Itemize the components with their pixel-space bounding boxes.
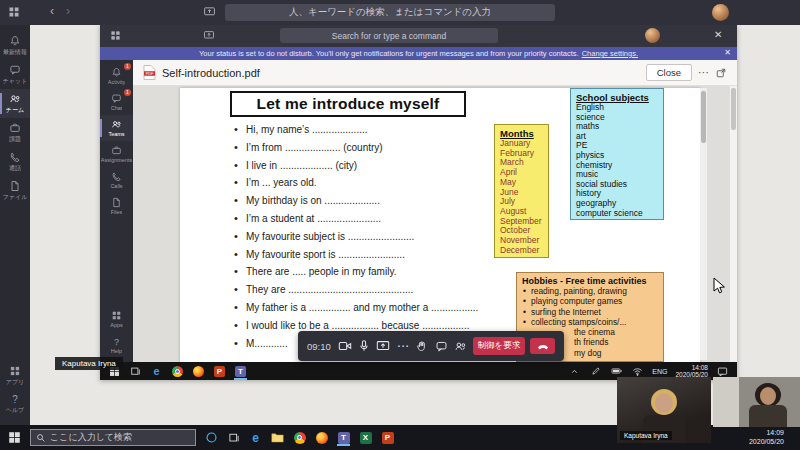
school-subjects-box: School subjects EnglishsciencemathsartPE…	[570, 88, 664, 220]
teams-app-icon[interactable]: T	[234, 365, 247, 378]
mouse-cursor	[713, 277, 727, 295]
inner-rail-item-apps[interactable]: Apps	[100, 306, 133, 332]
change-settings-link[interactable]: Change settings.	[582, 49, 638, 58]
app-grid-icon[interactable]	[110, 30, 121, 41]
outer-rail-item-files[interactable]: ファイル	[0, 176, 30, 205]
outer-rail-item-calls[interactable]: 通話	[0, 147, 30, 176]
outer-rail-item-chat[interactable]: チャット	[0, 60, 30, 89]
dnd-banner: Your status is set to do not disturb. Yo…	[100, 47, 737, 60]
share-screen-icon[interactable]	[203, 5, 216, 18]
file-name: Self-introduction.pdf	[162, 67, 260, 79]
window-scrollbar[interactable]	[730, 86, 737, 362]
start-button-icon[interactable]	[8, 431, 21, 444]
taskbar-search-input[interactable]: ここに入力して検索	[30, 429, 196, 446]
powerpoint-icon[interactable]: P	[381, 431, 394, 444]
inner-rail-item-activity[interactable]: Activity 1	[100, 63, 133, 89]
mic-icon[interactable]	[357, 339, 371, 354]
outer-rail-item-help[interactable]: ? ヘルプ	[0, 390, 30, 419]
edge-icon[interactable]: e	[150, 365, 163, 378]
shared-screen: Search for or type a command ✕ Your stat…	[100, 25, 737, 380]
excel-icon[interactable]: X	[359, 431, 372, 444]
chat-badge: 1	[124, 89, 131, 96]
file-explorer-icon[interactable]	[271, 431, 284, 444]
hang-up-button[interactable]	[530, 338, 555, 354]
chrome-icon[interactable]	[171, 365, 184, 378]
forward-icon[interactable]: ›	[66, 4, 70, 18]
rail-item-label: Files	[111, 209, 123, 215]
rail-item-label: 課題	[9, 135, 21, 144]
banner-close-icon[interactable]: ✕	[724, 48, 731, 57]
raise-hand-icon[interactable]	[415, 339, 429, 354]
task-view-icon[interactable]	[129, 365, 142, 378]
chrome-icon[interactable]	[293, 431, 306, 444]
rail-item-label: Calls	[110, 183, 122, 189]
system-clock-time: 14:09	[766, 429, 784, 436]
system-clock[interactable]: 14:09 2020/05/20	[749, 429, 784, 446]
action-center-icon[interactable]	[716, 365, 729, 378]
outer-search-input[interactable]: 人、キーワードの検索、またはコマンドの入力	[225, 4, 555, 21]
pdf-scrollbar-thumb[interactable]	[701, 91, 706, 143]
pdf-scrollbar[interactable]	[700, 88, 707, 360]
powerpoint-icon[interactable]: P	[213, 365, 226, 378]
pdf-file-icon: PDF	[143, 65, 156, 80]
camera-icon[interactable]	[338, 339, 352, 354]
rail-item-label: Apps	[110, 322, 123, 328]
inner-rail-item-teams[interactable]: Teams	[100, 115, 133, 141]
rail-spacer	[100, 219, 133, 306]
app-grid-icon[interactable]	[8, 6, 20, 18]
inner-rail-item-help[interactable]: ? Help	[100, 332, 133, 358]
wifi-icon[interactable]	[631, 365, 644, 378]
rail-item-label: アプリ	[6, 378, 24, 387]
participant-video-2[interactable]	[713, 377, 800, 427]
request-control-button[interactable]: 制御を要求	[473, 337, 526, 355]
language-indicator[interactable]: ENG	[652, 368, 667, 375]
inner-rail-item-chat[interactable]: Chat 1	[100, 89, 133, 115]
task-view-icon[interactable]	[227, 431, 240, 444]
teams-app-icon[interactable]: T	[337, 431, 350, 444]
battery-icon[interactable]	[610, 365, 623, 378]
window-close-icon[interactable]: ✕	[714, 29, 722, 40]
inner-user-avatar[interactable]	[645, 28, 660, 43]
presenter-clock-time: 14:08	[692, 364, 708, 371]
cortana-icon[interactable]	[205, 431, 218, 444]
briefcase-icon	[9, 122, 21, 134]
help-icon: ?	[12, 394, 18, 405]
popout-icon[interactable]	[715, 67, 727, 79]
inner-titlebar: Search for or type a command ✕	[100, 25, 737, 47]
window-scrollbar-thumb[interactable]	[731, 88, 736, 130]
pdf-bullet: My favourite sport is ..................…	[232, 249, 532, 267]
inner-rail-item-assignments[interactable]: Assignments	[100, 141, 133, 167]
chat-icon	[9, 64, 21, 76]
inner-rail-item-calls[interactable]: Calls	[100, 167, 133, 193]
edge-icon[interactable]: e	[249, 431, 262, 444]
show-hidden-icons-chevron[interactable]	[568, 365, 581, 378]
more-actions-icon[interactable]: ⋯	[396, 339, 410, 354]
close-file-button[interactable]: Close	[646, 64, 692, 81]
outer-rail-item-activity[interactable]: 最新情報	[0, 31, 30, 60]
chat-icon[interactable]	[434, 339, 448, 354]
outer-user-avatar[interactable]	[712, 4, 729, 21]
outer-rail-item-assignments[interactable]: 課題	[0, 118, 30, 147]
subjects-list: EnglishsciencemathsartPEphysicschemistry…	[576, 103, 658, 218]
outer-rail-item-apps[interactable]: アプリ	[0, 361, 30, 390]
briefcase-icon	[111, 145, 122, 156]
more-options-icon[interactable]: ⋯	[698, 66, 709, 79]
share-screen-icon[interactable]	[203, 29, 215, 41]
search-icon	[36, 433, 46, 443]
firefox-icon[interactable]	[192, 365, 205, 378]
pen-icon[interactable]	[589, 365, 602, 378]
outer-rail-item-teams[interactable]: チーム	[0, 89, 30, 118]
inner-search-input[interactable]: Search for or type a command	[280, 28, 498, 43]
months-box: Months JanuaryFebruaryMarchAprilMayJuneJ…	[494, 124, 549, 258]
back-icon[interactable]: ‹	[50, 4, 54, 18]
rail-item-label: ファイル	[3, 193, 28, 202]
share-screen-icon[interactable]	[376, 339, 390, 354]
phone-icon	[9, 151, 21, 163]
subject-item: maths	[576, 122, 658, 132]
firefox-icon[interactable]	[315, 431, 328, 444]
participants-icon[interactable]	[453, 339, 467, 354]
pdf-bullet: My favourite subject is ................…	[232, 231, 532, 249]
inner-rail-item-files[interactable]: Files	[100, 193, 133, 219]
subject-item: computer science	[576, 209, 658, 219]
participant-video-kaputava[interactable]: Kaputava Iryna	[617, 377, 711, 443]
